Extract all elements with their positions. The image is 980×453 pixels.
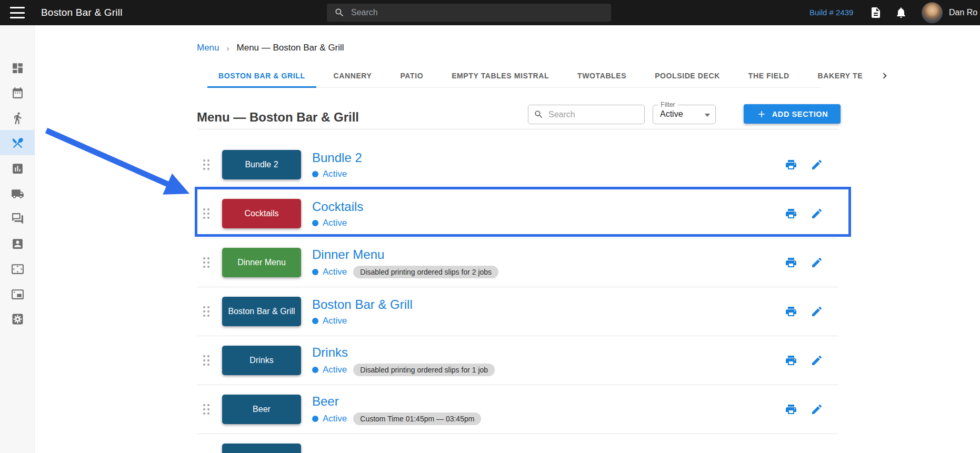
tabs-scroll-right-button[interactable] bbox=[879, 64, 891, 87]
add-section-button[interactable]: ADD SECTION bbox=[744, 104, 841, 124]
global-search-input[interactable] bbox=[351, 8, 583, 17]
sidebar-item-walkins[interactable] bbox=[0, 105, 35, 130]
restaurant-icon bbox=[11, 136, 24, 149]
print-button[interactable] bbox=[785, 158, 797, 171]
drag-handle-icon[interactable] bbox=[203, 355, 212, 366]
bar-chart-icon bbox=[11, 162, 24, 175]
section-color-button[interactable]: Bundle 2 bbox=[222, 150, 301, 179]
edit-button[interactable] bbox=[811, 403, 823, 416]
section-title-link[interactable]: Beer bbox=[312, 394, 481, 409]
menu-section-list: Bundle 2 Bundle 2 Active Cocktails Cockt… bbox=[197, 129, 838, 453]
print-button[interactable] bbox=[785, 256, 797, 269]
chat-icon bbox=[11, 212, 24, 225]
section-color-button[interactable]: Dinner Menu bbox=[222, 248, 301, 277]
tab-boston-bar-and-grill[interactable]: BOSTON BAR & GRILL bbox=[204, 64, 319, 87]
filter-value: Active bbox=[660, 109, 683, 119]
contact-card-icon bbox=[11, 237, 24, 250]
sidebar-item-calendar[interactable] bbox=[0, 80, 35, 105]
sidebar-item-dashboard[interactable] bbox=[0, 55, 35, 80]
print-button[interactable] bbox=[785, 403, 797, 416]
section-color-button[interactable]: Cocktails bbox=[222, 199, 301, 228]
document-icon[interactable] bbox=[869, 6, 882, 19]
section-row-boston-bar-grill: Boston Bar & Grill Boston Bar & Grill Ac… bbox=[197, 287, 838, 336]
drag-handle-icon[interactable] bbox=[203, 159, 212, 170]
section-color-button[interactable]: Beer bbox=[222, 395, 301, 424]
section-info: Beer Active Custom Time 01:45pm — 03:45p… bbox=[312, 394, 481, 425]
section-title-link[interactable]: Cocktails bbox=[312, 199, 363, 214]
section-color-button[interactable]: Boston Bar & Grill bbox=[222, 297, 301, 326]
edit-button[interactable] bbox=[811, 207, 823, 220]
filter-label: Filter bbox=[658, 101, 678, 108]
print-button[interactable] bbox=[785, 354, 797, 367]
tab-patio[interactable]: PATIO bbox=[386, 64, 437, 87]
global-search[interactable] bbox=[327, 4, 611, 22]
breadcrumb: Menu › Menu — Boston Bar & Grill bbox=[197, 43, 344, 53]
status-dot-icon bbox=[312, 367, 318, 373]
section-row-dinner-menu: Dinner Menu Dinner Menu Active Disabled … bbox=[197, 238, 838, 287]
drag-handle-icon[interactable] bbox=[203, 208, 212, 219]
drag-handle-icon[interactable] bbox=[203, 306, 212, 317]
status-dot-icon bbox=[312, 171, 318, 177]
search-icon bbox=[534, 109, 544, 119]
notifications-bell-icon[interactable] bbox=[895, 6, 907, 19]
drag-handle-icon[interactable] bbox=[203, 257, 212, 268]
page-title: Menu — Boston Bar & Grill bbox=[197, 110, 359, 125]
sidebar-item-restaurant[interactable] bbox=[0, 130, 35, 155]
chevron-right-icon bbox=[879, 70, 891, 82]
edit-button[interactable] bbox=[811, 354, 823, 367]
filter-dropdown[interactable]: Filter Active bbox=[653, 105, 716, 124]
tab-poolside-deck[interactable]: POOLSIDE DECK bbox=[641, 64, 734, 87]
sidebar-item-reports[interactable] bbox=[0, 156, 35, 181]
sidebar-item-settings[interactable] bbox=[0, 306, 35, 331]
tab-empty-tables-mistral[interactable]: EMPTY TABLES MISTRAL bbox=[437, 64, 563, 87]
section-search[interactable] bbox=[528, 105, 645, 124]
print-button[interactable] bbox=[785, 305, 797, 318]
status-dot-icon bbox=[312, 416, 318, 422]
section-title-link[interactable]: Bundle 2 bbox=[312, 150, 362, 165]
build-number-link[interactable]: Build # 2439 bbox=[809, 0, 853, 25]
drag-handle-icon[interactable] bbox=[203, 404, 212, 415]
section-search-input[interactable] bbox=[548, 110, 635, 119]
section-status: Active bbox=[312, 218, 363, 228]
status-label: Active bbox=[323, 267, 347, 277]
section-color-button[interactable]: Drinks bbox=[222, 346, 301, 375]
sidebar-item-delivery[interactable] bbox=[0, 181, 35, 206]
sidebar-item-display[interactable] bbox=[0, 256, 35, 281]
status-dot-icon bbox=[312, 269, 318, 275]
status-label: Active bbox=[323, 316, 347, 326]
edit-button[interactable] bbox=[811, 305, 823, 318]
tab-bakery[interactable]: BAKERY TE bbox=[804, 64, 877, 87]
location-tabs: BOSTON BAR & GRILL CANNERY PATIO EMPTY T… bbox=[204, 64, 821, 88]
tab-the-field[interactable]: THE FIELD bbox=[734, 64, 804, 87]
sidebar-item-screens[interactable] bbox=[0, 281, 35, 307]
user-avatar[interactable] bbox=[922, 2, 943, 23]
section-title-link[interactable]: Dinner Menu bbox=[312, 247, 498, 262]
edit-button[interactable] bbox=[811, 256, 823, 269]
topbar: Boston Bar & Grill Build # 2439 Dan Ro bbox=[0, 0, 980, 25]
status-label: Active bbox=[323, 365, 347, 375]
hamburger-menu-icon[interactable] bbox=[10, 7, 25, 18]
picture-frame-icon bbox=[11, 288, 24, 301]
edit-button[interactable] bbox=[811, 158, 823, 171]
section-info: Bundle 2 Active bbox=[312, 150, 362, 179]
walking-person-icon bbox=[11, 112, 24, 125]
section-title-link[interactable]: Boston Bar & Grill bbox=[312, 297, 413, 312]
tab-cannery[interactable]: CANNERY bbox=[319, 64, 386, 87]
breadcrumb-current: Menu — Boston Bar & Grill bbox=[237, 43, 344, 53]
breadcrumb-menu-link[interactable]: Menu bbox=[197, 43, 219, 53]
section-info: Cocktails Active bbox=[312, 199, 363, 228]
status-dot-icon bbox=[312, 318, 318, 324]
section-color-button[interactable] bbox=[222, 444, 301, 453]
section-status: Active Custom Time 01:45pm — 03:45pm bbox=[312, 412, 481, 425]
section-title-link[interactable]: Drinks bbox=[312, 345, 495, 360]
calendar-icon bbox=[11, 86, 24, 99]
tab-twotables[interactable]: TWOTABLES bbox=[563, 64, 641, 87]
status-dot-icon bbox=[312, 220, 318, 226]
dashboard-icon bbox=[11, 62, 24, 75]
section-badge: Custom Time 01:45pm — 03:45pm bbox=[353, 412, 481, 425]
sidebar-item-contacts[interactable] bbox=[0, 231, 35, 256]
section-title-link[interactable]: Liquor bbox=[312, 451, 347, 453]
print-button[interactable] bbox=[785, 207, 797, 220]
sidebar-item-messages[interactable] bbox=[0, 206, 35, 231]
section-status: Active Disabled printing ordered slips f… bbox=[312, 364, 495, 376]
